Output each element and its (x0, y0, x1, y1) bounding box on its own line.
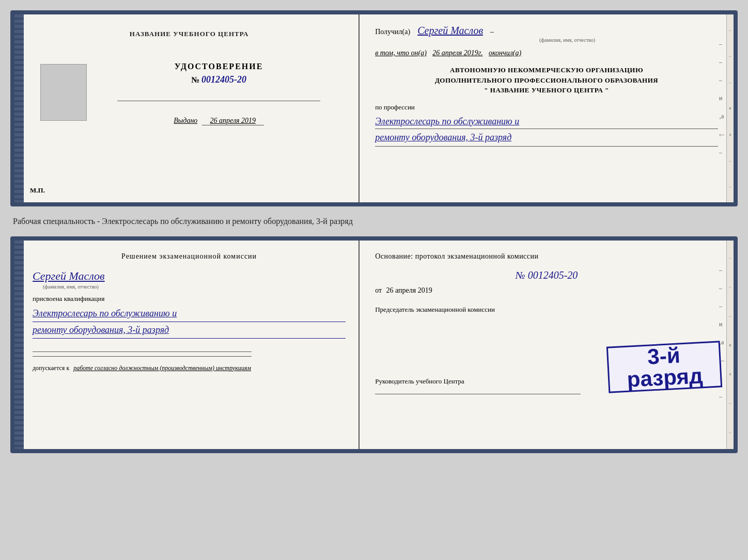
cert-top-right-panel: Получил(а) Сергей Маслов – (фамилия, имя… (360, 14, 734, 202)
org-name-top: НАЗВАНИЕ УЧЕБНОГО ЦЕНТРА (130, 30, 249, 38)
protocol-number: № 0012405-20 (375, 269, 718, 281)
specialty-label: Рабочая специальность - Электрослесарь п… (10, 212, 738, 231)
fio-sub-top: (фамилия, имя, отчество) (416, 37, 718, 43)
qualification-block: Электрослесарь по обслуживанию и ремонту… (33, 306, 346, 338)
allowed-prefix: допускается к (33, 364, 69, 372)
commission-title: Решением экзаменационной комиссии (33, 251, 346, 262)
page-wrapper: НАЗВАНИЕ УЧЕБНОГО ЦЕНТРА УДОСТОВЕРЕНИЕ №… (10, 10, 738, 453)
chairman-label: Председатель экзаменационной комиссии (375, 305, 718, 314)
received-prefix: Получил(а) (375, 28, 410, 36)
cert-number-value: 0012405-20 (201, 74, 246, 85)
allowed-label: допускается к работе согласно должностны… (33, 364, 346, 372)
fio-sub-bottom: (фамилия, имя, отчество) (43, 284, 346, 290)
photo-placeholder (40, 64, 87, 121)
person-name-block: Сергей Маслов (фамилия, имя, отчество) (33, 269, 346, 290)
protocol-date-value: 26 апреля 2019 (386, 286, 432, 294)
issued-date-value: 26 апреля 2019 (202, 117, 264, 125)
assigned-label: присвоена квалификация (33, 295, 346, 303)
org-block: АВТОНОМНУЮ НЕКОММЕРЧЕСКУЮ ОРГАНИЗАЦИЮ ДО… (375, 65, 718, 95)
cert-number-display: № 0012405-20 (191, 74, 246, 85)
spine-right-decoration-bottom: – – – и а – – (726, 241, 734, 449)
sig-line-2 (33, 356, 252, 357)
finished-word: окончил(а) (489, 49, 521, 57)
date-value: 26 апреля 2019г. (432, 49, 482, 57)
protocol-date-prefix: от (375, 286, 382, 294)
profession-value2: ремонту оборудования, 3-й разряд (375, 129, 718, 147)
date-line-top: в том, что он(а) 26 апреля 2019г. окончи… (375, 49, 718, 57)
date-prefix: в том, что он(а) (375, 49, 427, 57)
profession-label: по профессии (375, 103, 718, 111)
profession-value-block: Электрослесарь по обслуживанию и ремонту… (375, 114, 718, 147)
protocol-date: от 26 апреля 2019 (375, 286, 718, 295)
stamp-text: 3-й разряд (608, 343, 721, 392)
qualification-line1: Электрослесарь по обслуживанию и (33, 306, 346, 322)
org-line2: ДОПОЛНИТЕЛЬНОГО ПРОФЕССИОНАЛЬНОГО ОБРАЗО… (375, 75, 718, 86)
signature-lines (33, 351, 346, 357)
cert-number-label: № (191, 75, 199, 84)
spine-right-decoration-top: – – – и а – – (726, 14, 734, 202)
received-block: Получил(а) Сергей Маслов – (фамилия, имя… (375, 25, 718, 43)
cert-bottom-right-panel: Основание: протокол экзаменационной коми… (360, 241, 734, 449)
certificate-top: НАЗВАНИЕ УЧЕБНОГО ЦЕНТРА УДОСТОВЕРЕНИЕ №… (10, 10, 738, 206)
org-line1: АВТОНОМНУЮ НЕКОММЕРЧЕСКУЮ ОРГАНИЗАЦИЮ (375, 65, 718, 75)
director-sig-line (375, 394, 581, 394)
profession-value1: Электрослесарь по обслуживанию и (375, 114, 718, 129)
dash-separator: – (490, 28, 494, 36)
chairman-label-text: Председатель экзаменационной комиссии (375, 306, 495, 313)
right-side-chars-top: – – – и ‚а ‹– – (719, 40, 724, 156)
basis-title: Основание: протокол экзаменационной коми… (375, 251, 718, 262)
sig-line-1 (33, 351, 252, 352)
issued-date-line: Выдано 26 апреля 2019 (174, 117, 264, 125)
allowed-italic: работе согласно должностным (производств… (73, 364, 251, 372)
org-name-quotes: " НАЗВАНИЕ УЧЕБНОГО ЦЕНТРА " (375, 85, 718, 95)
person-name-bottom: Сергей Маслов (33, 269, 346, 283)
cert-title: УДОСТОВЕРЕНИЕ (175, 62, 263, 71)
cert-bottom-left-panel: Решением экзаменационной комиссии Сергей… (14, 241, 360, 449)
cert-top-left-panel: НАЗВАНИЕ УЧЕБНОГО ЦЕНТРА УДОСТОВЕРЕНИЕ №… (14, 14, 360, 202)
certificate-bottom: Решением экзаменационной комиссии Сергей… (10, 236, 738, 453)
qualification-line2: ремонту оборудования, 3-й разряд (33, 322, 346, 339)
recipient-name: Сергей Маслов (417, 25, 483, 36)
issued-label: Выдано (174, 117, 197, 124)
mp-label: М.П. (30, 186, 45, 195)
official-stamp: 3-й разряд (606, 341, 722, 393)
